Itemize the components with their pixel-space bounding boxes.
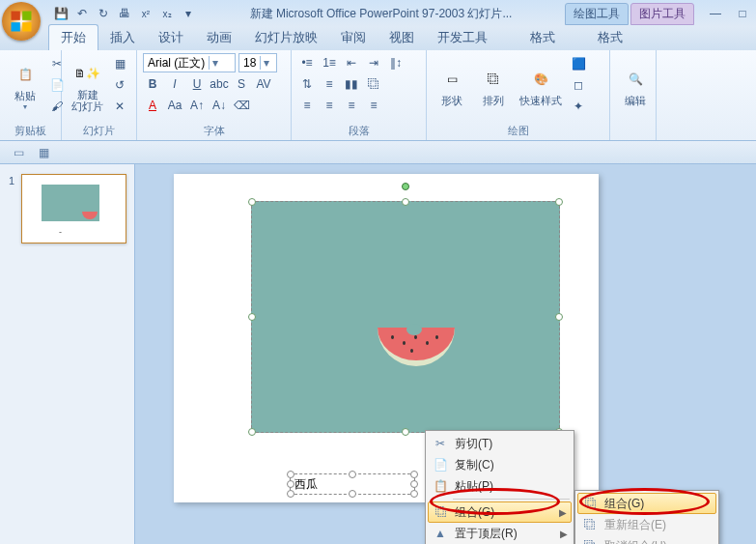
align-left-button[interactable]: ≡ xyxy=(297,96,317,115)
slide-editor[interactable]: 西瓜 ✂剪切(T) 📄复制(C) 📋粘贴(P) ⿻组合(G)▶ ▲置于顶层(R)… xyxy=(135,164,756,544)
redo-icon[interactable]: ↻ xyxy=(95,5,112,22)
indent-inc-button[interactable]: ⇥ xyxy=(364,53,383,72)
qat-x2sub-icon[interactable]: x₂ xyxy=(158,5,176,22)
sub-regroup: ⿻重新组合(E) xyxy=(577,514,716,535)
drawing-tools-tab[interactable]: 绘图工具 xyxy=(565,3,629,25)
tb-handle-bm[interactable] xyxy=(349,490,356,498)
thumbnail-pane[interactable]: 1 - xyxy=(0,164,135,544)
picture-tools-tab[interactable]: 图片工具 xyxy=(630,3,694,25)
sub-group[interactable]: ⿻组合(G) xyxy=(577,493,716,514)
tb-handle-br[interactable] xyxy=(410,490,418,498)
underline-button[interactable]: U xyxy=(187,74,207,94)
quick-styles-icon: 🎨 xyxy=(525,64,556,95)
quick-styles-button[interactable]: 🎨快速样式 xyxy=(516,62,566,108)
print-icon[interactable]: 🖶 xyxy=(116,5,133,22)
tab-format-picture[interactable]: 格式 xyxy=(586,25,634,50)
ctx-copy[interactable]: 📄复制(C) xyxy=(428,454,572,475)
textbox-caption[interactable]: 西瓜 xyxy=(290,473,415,495)
text-direction-button[interactable]: ⇅ xyxy=(297,74,317,94)
tab-slideshow[interactable]: 幻灯片放映 xyxy=(243,25,329,50)
font-name-combo[interactable]: Arial (正文)▾ xyxy=(143,53,236,72)
shrink-font-button[interactable]: A↓ xyxy=(210,96,229,115)
cut-icon: ✂ xyxy=(432,435,449,452)
tab-review[interactable]: 审阅 xyxy=(329,25,378,50)
numbering-button[interactable]: 1≡ xyxy=(320,53,339,72)
save-icon[interactable]: 💾 xyxy=(52,5,70,22)
group-drawing-label: 绘图 xyxy=(433,122,603,138)
resize-handle-tl[interactable] xyxy=(248,198,256,206)
tab-design[interactable]: 设计 xyxy=(147,25,195,50)
qat-more-icon[interactable]: ▾ xyxy=(180,5,197,22)
italic-button[interactable]: I xyxy=(165,74,184,94)
bullets-button[interactable]: •≡ xyxy=(297,53,317,72)
paste-button[interactable]: 📋 粘贴 ▾ xyxy=(6,57,44,112)
indent-dec-button[interactable]: ⇤ xyxy=(342,53,361,72)
ctx-group[interactable]: ⿻组合(G)▶ xyxy=(428,501,572,523)
tb-handle-tl[interactable] xyxy=(287,471,294,478)
justify-button[interactable]: ≡ xyxy=(364,96,383,115)
tab-animations[interactable]: 动画 xyxy=(195,25,243,50)
tab-home[interactable]: 开始 xyxy=(48,24,98,50)
resize-handle-bl[interactable] xyxy=(248,428,256,436)
tab-view[interactable]: 视图 xyxy=(378,25,426,50)
tb-handle-bl[interactable] xyxy=(287,490,294,498)
line-spacing-button[interactable]: ‖↕ xyxy=(386,53,406,72)
undo-icon[interactable]: ↶ xyxy=(73,5,91,22)
group-para-label: 段落 xyxy=(297,122,420,138)
resize-handle-tr[interactable] xyxy=(555,198,563,206)
tab-developer[interactable]: 开发工具 xyxy=(426,25,499,50)
shape-effects-button[interactable]: ✦ xyxy=(569,97,588,116)
rotate-handle[interactable] xyxy=(402,183,409,190)
slide-thumbnail-1[interactable]: 1 - xyxy=(21,174,126,243)
grow-font-button[interactable]: A↑ xyxy=(187,96,207,115)
resize-handle-bm[interactable] xyxy=(402,428,409,436)
group-clipboard: 📋 粘贴 ▾ ✂ 📄 🖌 剪贴板 xyxy=(0,50,62,140)
office-button[interactable] xyxy=(2,2,41,41)
ctx-cut[interactable]: ✂剪切(T) xyxy=(428,433,572,454)
resize-handle-ml[interactable] xyxy=(248,313,256,321)
find-button[interactable]: 🔍编辑 xyxy=(616,53,655,117)
align-center-button[interactable]: ≡ xyxy=(320,96,339,115)
tb-handle-mr[interactable] xyxy=(410,480,418,488)
tb-handle-tm[interactable] xyxy=(349,471,356,478)
slides-tab-icon[interactable]: ▦ xyxy=(35,144,52,161)
chevron-right-icon: ▶ xyxy=(559,507,567,518)
columns-button[interactable]: ▮▮ xyxy=(342,74,361,94)
tb-handle-ml[interactable] xyxy=(287,480,294,488)
quick-access-toolbar: 💾 ↶ ↻ 🖶 x² x₂ ▾ xyxy=(52,5,197,22)
convert-smartart-button[interactable]: ⿻ xyxy=(364,74,383,94)
delete-slide-icon[interactable]: ✕ xyxy=(110,97,129,116)
tb-handle-tr[interactable] xyxy=(410,471,418,478)
char-spacing-button[interactable]: AV xyxy=(254,74,273,94)
change-case-button[interactable]: Aa xyxy=(165,96,184,115)
ctx-paste[interactable]: 📋粘贴(P) xyxy=(428,475,572,497)
layout-icon[interactable]: ▦ xyxy=(110,54,129,73)
minimize-button[interactable]: — xyxy=(706,7,725,20)
qat-x2-icon[interactable]: x² xyxy=(137,5,154,22)
align-text-button[interactable]: ≡ xyxy=(320,74,339,94)
shadow-button[interactable]: S xyxy=(232,74,251,94)
arrange-button[interactable]: ⿻排列 xyxy=(474,62,513,108)
resize-handle-tm[interactable] xyxy=(402,198,409,206)
new-slide-button[interactable]: 🗎✨ 新建 幻灯片 xyxy=(68,56,107,114)
font-size-combo[interactable]: 18▾ xyxy=(238,53,277,72)
clear-format-button[interactable]: ⌫ xyxy=(232,96,251,115)
tab-format-drawing[interactable]: 格式 xyxy=(518,25,567,50)
outline-toolbar: ▭ ▦ xyxy=(0,141,756,164)
selected-image[interactable] xyxy=(251,201,560,433)
ctx-bring-front[interactable]: ▲置于顶层(R)▶ xyxy=(428,523,572,544)
strike-button[interactable]: abc xyxy=(210,74,229,94)
shape-fill-button[interactable]: 🟦 xyxy=(569,54,588,73)
outline-tab-icon[interactable]: ▭ xyxy=(10,144,27,161)
reset-icon[interactable]: ↺ xyxy=(110,75,129,95)
bold-button[interactable]: B xyxy=(143,74,162,94)
align-right-button[interactable]: ≡ xyxy=(342,96,361,115)
maximize-button[interactable]: □ xyxy=(733,7,752,20)
shapes-button[interactable]: ▭形状 xyxy=(433,62,471,108)
bring-front-icon: ▲ xyxy=(432,525,449,542)
shape-outline-button[interactable]: ◻ xyxy=(569,75,588,95)
group-slides-label: 幻灯片 xyxy=(68,122,130,138)
font-color-button[interactable]: A xyxy=(143,96,162,115)
tab-insert[interactable]: 插入 xyxy=(98,25,147,50)
resize-handle-mr[interactable] xyxy=(555,313,563,321)
